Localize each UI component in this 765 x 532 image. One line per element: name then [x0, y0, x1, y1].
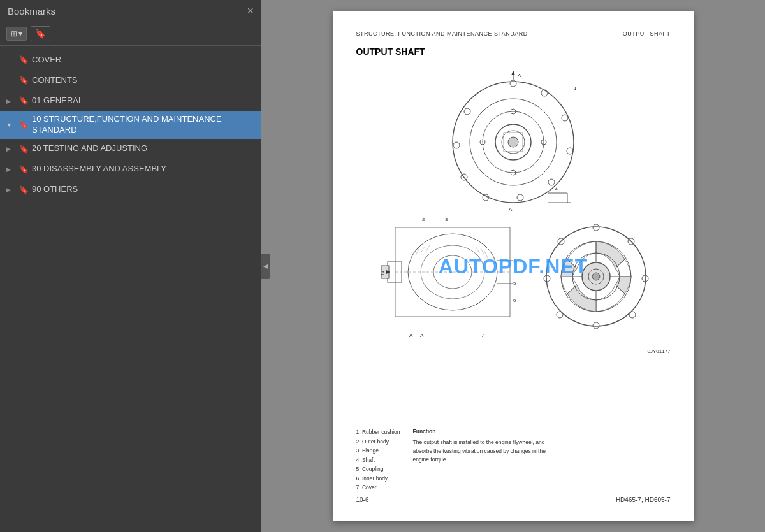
sidebar-toolbar: ⊞ ▾ 🔖: [0, 22, 261, 46]
sidebar-item-01-general[interactable]: 🔖 01 GENERAL: [0, 90, 261, 111]
sidebar-item-20-testing[interactable]: 🔖 20 TESTING AND ADJUSTING: [0, 139, 261, 159]
svg-point-8: [548, 179, 555, 185]
function-text: The output shaft is installed to the eng…: [413, 438, 553, 464]
svg-text:A — A: A — A: [409, 333, 424, 338]
sidebar-item-label: 30 DISASSEMBLY AND ASSEMBLY: [32, 164, 256, 175]
sidebar-item-label: CONTENTS: [32, 75, 256, 86]
collapse-sidebar-tab[interactable]: ◀: [261, 254, 270, 279]
sidebar-item-label: COVER: [32, 55, 256, 66]
svg-point-12: [453, 142, 460, 148]
parts-list: 1. Rubber cushion 2. Outer body 3. Flang…: [356, 428, 400, 492]
part-item: 4. Shaft: [356, 456, 400, 464]
svg-line-53: [481, 248, 484, 255]
svg-point-34: [421, 245, 484, 299]
svg-point-13: [464, 108, 470, 115]
svg-marker-1: [511, 71, 515, 75]
svg-rect-32: [395, 227, 510, 317]
svg-point-60: [593, 322, 599, 329]
sidebar-item-90-others[interactable]: 🔖 90 OTHERS: [0, 180, 261, 200]
svg-point-7: [567, 148, 573, 154]
layout-dropdown-arrow: ▾: [18, 29, 22, 38]
sidebar-item-cover[interactable]: 🔖 COVER: [0, 50, 261, 70]
page-footer: 10-6 HD465-7, HD605-7: [356, 492, 671, 503]
svg-line-52: [476, 247, 479, 253]
layout-toggle-button[interactable]: ⊞ ▾: [6, 27, 27, 41]
svg-text:Z: Z: [555, 185, 558, 191]
page-model: HD465-7, HD605-7: [616, 496, 671, 503]
part-item: 7. Cover: [356, 483, 400, 492]
main-content: AUTOPDF.NET STRUCTURE, FUNCTION AND MAIN…: [261, 0, 765, 532]
sidebar-item-label: 10 STRUCTURE,FUNCTION AND MAINTENANCE ST…: [32, 114, 256, 136]
sidebar: Bookmarks × ⊞ ▾ 🔖 🔖 COVER 🔖 CONTENTS 🔖 0: [0, 0, 261, 532]
page-view: AUTOPDF.NET STRUCTURE, FUNCTION AND MAIN…: [261, 0, 765, 532]
sidebar-header: Bookmarks ×: [0, 0, 261, 22]
bookmark-search-button[interactable]: 🔖: [31, 26, 50, 41]
bookmark-icon: 🔖: [19, 55, 28, 64]
function-section: Function The output shaft is installed t…: [413, 428, 553, 492]
svg-text:1: 1: [574, 85, 577, 91]
bookmark-icon: 🔖: [19, 120, 28, 129]
svg-point-61: [557, 312, 563, 318]
bookmark-icon: 🔖: [19, 76, 28, 85]
diagrams-area: A: [356, 66, 671, 423]
svg-text:Z: Z: [381, 270, 384, 276]
svg-text:4: 4: [513, 259, 516, 264]
svg-text:A: A: [518, 73, 521, 78]
arrow-right-icon: [6, 97, 15, 104]
diagram-bottom-left: 2 3: [376, 216, 529, 343]
sidebar-item-label: 90 OTHERS: [32, 184, 256, 195]
svg-text:3: 3: [445, 217, 448, 222]
svg-text:A: A: [509, 206, 513, 212]
arrow-right-icon: [6, 186, 15, 193]
bookmark-icon: 🔖: [19, 145, 28, 154]
svg-line-54: [484, 251, 488, 259]
page-main-title: OUTPUT SHAFT: [356, 47, 671, 57]
svg-line-48: [411, 251, 414, 257]
diagrams-bottom-row: 2 3: [356, 216, 671, 343]
svg-text:2: 2: [422, 217, 425, 222]
sidebar-item-label: 20 TESTING AND ADJUSTING: [32, 143, 256, 154]
svg-point-5: [541, 90, 548, 96]
part-item: 2. Outer body: [356, 437, 400, 446]
svg-point-68: [592, 273, 600, 280]
page-header-right: OUTPUT SHAFT: [623, 31, 671, 37]
sidebar-item-30-disassembly[interactable]: 🔖 30 DISASSEMBLY AND ASSEMBLY: [0, 159, 261, 180]
svg-line-50: [421, 247, 425, 253]
page-number: 10-6: [356, 496, 369, 503]
page-header: STRUCTURE, FUNCTION AND MAINTENANCE STAN…: [356, 31, 671, 40]
bookmark-icon: 🔖: [19, 185, 28, 194]
parts-section: 1. Rubber cushion 2. Outer body 3. Flang…: [356, 428, 671, 492]
arrow-placeholder: [6, 77, 15, 84]
svg-point-18: [508, 137, 518, 147]
part-item: 6. Inner body: [356, 474, 400, 483]
part-item: 5. Coupling: [356, 464, 400, 473]
sidebar-item-label: 01 GENERAL: [32, 96, 256, 106]
layout-icon: ⊞: [11, 29, 17, 38]
svg-point-35: [433, 255, 472, 289]
sidebar-item-10-structure[interactable]: 🔖 10 STRUCTURE,FUNCTION AND MAINTENANCE …: [0, 111, 261, 139]
sidebar-item-contents[interactable]: 🔖 CONTENTS: [0, 70, 261, 90]
part-item: 3. Flange: [356, 446, 400, 455]
arrow-down-icon: [6, 121, 15, 128]
svg-point-59: [629, 312, 636, 318]
arrow-right-icon: [6, 145, 15, 152]
svg-line-49: [416, 248, 419, 255]
svg-point-9: [517, 194, 523, 201]
arrow-placeholder: [6, 57, 15, 64]
svg-text:5: 5: [513, 280, 516, 286]
svg-point-6: [562, 115, 568, 121]
bookmark-icon: 🔖: [19, 96, 28, 105]
svg-text:7: 7: [481, 333, 484, 338]
diagram-bottom-right: [542, 216, 650, 343]
document-page: AUTOPDF.NET STRUCTURE, FUNCTION AND MAIN…: [333, 11, 694, 521]
arrow-right-icon: [6, 166, 15, 173]
function-title: Function: [413, 428, 553, 436]
sidebar-title: Bookmarks: [8, 6, 55, 17]
diagram-id: 0JY01177: [356, 349, 671, 354]
svg-line-51: [426, 245, 430, 252]
close-button[interactable]: ×: [247, 5, 254, 17]
bookmark-search-icon: 🔖: [35, 29, 46, 39]
diagram-top: A: [440, 66, 586, 212]
page-header-left: STRUCTURE, FUNCTION AND MAINTENANCE STAN…: [356, 31, 528, 37]
svg-text:6: 6: [513, 298, 516, 303]
